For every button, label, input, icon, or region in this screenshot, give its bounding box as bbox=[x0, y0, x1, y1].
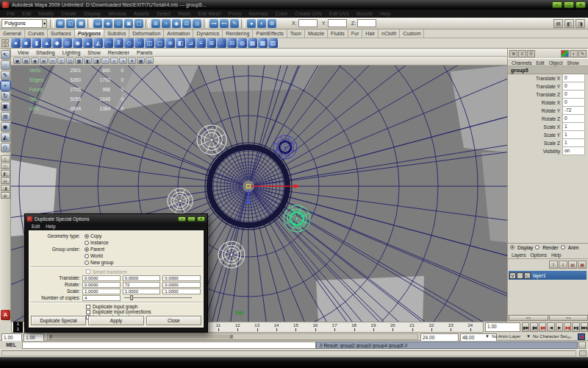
timeline-frame[interactable]: 12 bbox=[228, 322, 247, 332]
channel-box-menu-item[interactable]: Show bbox=[564, 59, 581, 66]
panel-toolbar-icon[interactable]: ◧ bbox=[84, 57, 92, 64]
shelf-icon[interactable]: ▦ bbox=[248, 38, 257, 48]
panel-toggle-icon[interactable]: ▤ bbox=[553, 19, 563, 28]
status-icon[interactable]: ▢ bbox=[135, 19, 143, 28]
panel-toolbar-icon[interactable]: ⊡ bbox=[146, 57, 154, 64]
shelf-icon[interactable]: ◻ bbox=[155, 38, 165, 48]
layer-playback-toggle[interactable] bbox=[517, 272, 523, 279]
shelf-menu-arrow-icon[interactable]: ▾ bbox=[1, 39, 9, 43]
duplicate-input-graph-checkbox[interactable] bbox=[86, 305, 90, 309]
panel-toolbar-icon[interactable]: ▯ bbox=[57, 57, 65, 64]
scroll-left-button[interactable]: << bbox=[509, 315, 548, 321]
timeline-frame[interactable]: 17 bbox=[325, 322, 344, 332]
y-input[interactable] bbox=[328, 19, 347, 27]
list-narrow-icon[interactable]: ≡ bbox=[518, 50, 526, 57]
channel-value[interactable]: 1 bbox=[562, 123, 585, 131]
shelf-tab[interactable]: General bbox=[0, 29, 25, 38]
shelf-icon[interactable]: ◎ bbox=[62, 38, 72, 48]
menu-item[interactable]: Window bbox=[104, 10, 130, 18]
tool-icon[interactable]: ▣ bbox=[1, 102, 10, 111]
playback-button[interactable]: ▮◀◀ bbox=[522, 322, 529, 332]
tool-icon[interactable]: ↻ bbox=[1, 91, 10, 101]
shelf-icon[interactable]: ▴ bbox=[83, 38, 93, 48]
status-icon[interactable]: ◈ bbox=[104, 19, 112, 28]
layer-name[interactable]: layer1 bbox=[533, 273, 546, 278]
x-input[interactable] bbox=[298, 19, 318, 27]
shelf-icon[interactable]: ■ bbox=[21, 38, 31, 48]
panel-toolbar-icon[interactable]: ◫ bbox=[66, 57, 74, 64]
world-label[interactable]: World bbox=[90, 253, 103, 258]
shelf-tab[interactable]: Muscle bbox=[305, 29, 328, 38]
new-group-radio[interactable] bbox=[85, 261, 89, 265]
z-input[interactable] bbox=[357, 19, 376, 27]
panel-toolbar-icon[interactable]: ▤ bbox=[22, 57, 30, 64]
layer-menu-item[interactable]: Layers bbox=[509, 251, 528, 258]
status-separator[interactable] bbox=[241, 19, 245, 28]
dialog-maximize-button[interactable]: □ bbox=[187, 216, 196, 222]
panel-toggle-icon[interactable]: ◨ bbox=[576, 19, 585, 28]
translate-z-field[interactable]: 0.0000 bbox=[162, 275, 201, 281]
status-icon[interactable]: ▤ bbox=[56, 19, 65, 28]
channel-value[interactable]: on bbox=[562, 147, 585, 155]
layer-row[interactable]: V ◺ layer1 bbox=[509, 271, 587, 280]
shelf-tab[interactable]: Surfaces bbox=[48, 29, 75, 38]
status-icon[interactable]: ◐ bbox=[257, 19, 266, 28]
scale-x-field[interactable]: 1.0000 bbox=[82, 289, 121, 294]
menu-item[interactable]: Modify bbox=[35, 10, 57, 18]
timeline-frame[interactable]: 19 bbox=[364, 322, 383, 332]
copy-radio[interactable] bbox=[85, 234, 89, 238]
layout-shortcut-icon[interactable]: ⊞ bbox=[1, 192, 10, 199]
tool-icon[interactable]: ◇ bbox=[1, 143, 10, 152]
panel-toggle-icon[interactable]: ◧ bbox=[564, 19, 574, 28]
close-button[interactable]: × bbox=[576, 1, 586, 8]
timeline-frame[interactable]: 18 bbox=[344, 322, 363, 332]
shelf-icon[interactable]: ◆ bbox=[52, 38, 62, 48]
mel-toggle-button[interactable]: MEL bbox=[0, 342, 22, 347]
status-icon[interactable]: ▭ bbox=[93, 19, 102, 28]
status-icon[interactable]: ✎ bbox=[230, 19, 239, 28]
timeline-frame[interactable]: 14 bbox=[267, 322, 286, 332]
timeline-frame[interactable]: 24 bbox=[461, 322, 480, 332]
panel-menu-item[interactable]: View bbox=[14, 49, 32, 56]
channel-box-menu-item[interactable]: Object bbox=[547, 59, 565, 66]
duplicate-special-button[interactable]: Duplicate Special bbox=[31, 316, 86, 325]
new-empty-layer-icon[interactable]: ▤ bbox=[568, 261, 577, 269]
render-radio[interactable] bbox=[535, 245, 539, 250]
copy-label[interactable]: Copy bbox=[90, 233, 101, 238]
panel-toolbar-icon[interactable]: ☀ bbox=[128, 57, 136, 64]
channel-value[interactable]: 1 bbox=[562, 131, 585, 139]
shelf-icon[interactable]: ≡ bbox=[196, 38, 206, 48]
xyz-axis-icon[interactable] bbox=[561, 50, 569, 57]
status-icon[interactable]: ◉ bbox=[172, 19, 181, 28]
menu-item[interactable]: Display bbox=[80, 10, 104, 18]
shelf-tab[interactable]: Toon bbox=[287, 29, 305, 38]
world-radio[interactable] bbox=[85, 254, 89, 258]
tool-icon[interactable]: ✎ bbox=[1, 71, 10, 80]
shelf-tab[interactable]: Deformation bbox=[129, 29, 164, 38]
timeline-frame[interactable]: 15 bbox=[286, 322, 305, 332]
layer-visibility-toggle[interactable]: V bbox=[509, 272, 516, 279]
apply-button[interactable]: Apply bbox=[88, 316, 143, 325]
shelf-icon[interactable]: ∴ bbox=[217, 38, 226, 48]
menu-item[interactable]: Select bbox=[153, 10, 174, 18]
menu-item[interactable]: Edit UVs bbox=[325, 10, 352, 18]
character-set-dropdown-icon[interactable]: ▼ bbox=[526, 334, 531, 339]
status-separator[interactable] bbox=[50, 19, 54, 28]
layout-shortcut-icon[interactable]: ⊟ bbox=[1, 177, 10, 184]
shelf-icon[interactable]: ⊞ bbox=[207, 38, 216, 48]
scale-z-field[interactable]: 1.0000 bbox=[162, 289, 201, 294]
shelf-tab[interactable]: Fur bbox=[348, 29, 363, 38]
help-line-button[interactable] bbox=[579, 350, 587, 356]
panel-toolbar-icon[interactable]: ▭ bbox=[49, 57, 57, 64]
menu-item[interactable]: File bbox=[3, 10, 18, 18]
status-icon[interactable]: ▣ bbox=[124, 19, 133, 28]
panel-toolbar-icon[interactable]: ⊞ bbox=[40, 57, 48, 64]
panel-toolbar-icon[interactable]: ▦ bbox=[137, 57, 145, 64]
shelf-icon[interactable]: ◫ bbox=[145, 38, 154, 48]
shelf-tab[interactable]: PaintEffects bbox=[253, 29, 287, 38]
status-icon[interactable]: ▦ bbox=[76, 19, 85, 28]
tool-icon[interactable]: ◉ bbox=[1, 122, 10, 132]
rotate-x-field[interactable]: 0.0000 bbox=[82, 282, 121, 288]
panel-menu-item[interactable]: Panels bbox=[133, 49, 156, 56]
dialog-minimize-button[interactable]: – bbox=[178, 216, 186, 222]
